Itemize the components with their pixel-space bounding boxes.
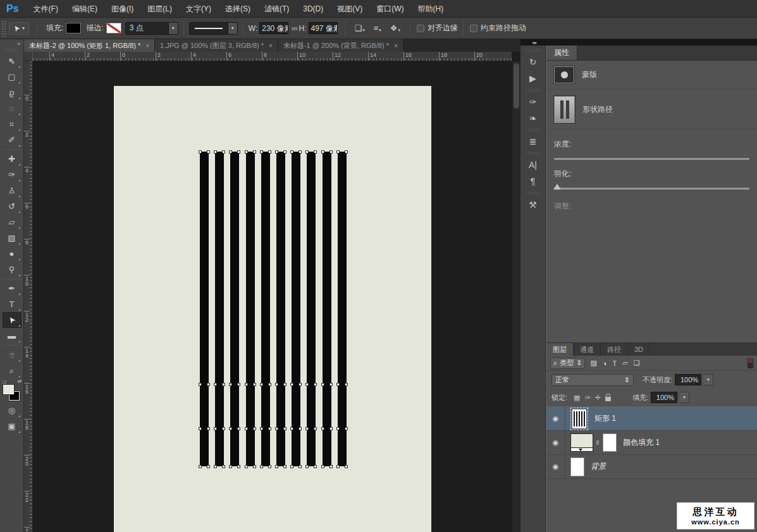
path-anchor[interactable] [260,465,263,468]
lock-transparent-icon[interactable]: ▦ [574,394,580,402]
filter-type-icon[interactable]: T [612,360,617,367]
lock-move-icon[interactable]: ✛ [595,394,601,402]
close-icon[interactable]: × [145,42,149,49]
stroke-style-select[interactable]: ▾ [189,22,238,35]
menubar-item[interactable]: 滤镜(T) [257,0,296,18]
tool-pen-tool[interactable]: ✒ [3,281,22,296]
path-anchor[interactable] [207,150,210,154]
path-anchor[interactable] [214,150,217,154]
path-alignment-button[interactable]: ≡▾ [374,23,381,33]
constrain-path-checkbox[interactable] [470,25,477,32]
layer-thumbnail[interactable] [570,457,584,476]
chevron-down-icon[interactable]: ▾ [228,23,237,34]
path-anchor[interactable] [290,465,293,468]
path-anchor[interactable] [207,383,210,386]
menubar-item[interactable]: 文件(F) [27,0,65,18]
path-arrangement-button[interactable]: ❖▾ [390,23,400,33]
path-anchor[interactable] [290,427,293,430]
path-anchor[interactable] [199,427,202,430]
fill-layer-thumbnail[interactable] [570,433,593,452]
menubar-item[interactable]: 视图(V) [330,0,369,18]
path-anchor[interactable] [222,150,225,154]
align-edges-checkbox[interactable] [417,25,424,32]
actions-panel-icon[interactable]: ▶ [524,70,543,87]
path-anchor[interactable] [290,150,293,154]
swap-colors-icon[interactable]: ⇄ [18,378,22,384]
character-panel-icon[interactable]: A| [524,157,543,173]
toolbar-collapse-icon[interactable]: » [0,39,23,47]
layer-mask-thumbnail[interactable] [603,433,617,452]
path-anchor[interactable] [298,465,302,468]
path-anchor[interactable] [298,150,302,154]
tool-preset-panel-icon[interactable]: ⚒ [524,196,543,213]
fill-opacity-input[interactable]: 100% [651,392,677,403]
path-anchor[interactable] [329,465,333,468]
path-anchor[interactable] [245,150,248,154]
path-anchor[interactable] [268,465,271,468]
path-anchor[interactable] [305,427,309,430]
ruler-corner[interactable] [24,52,33,61]
brush-panel-icon[interactable]: ❧ [524,110,543,126]
path-anchor[interactable] [207,465,210,468]
shape-width-input[interactable]: 230 像素 [259,22,288,34]
path-anchor[interactable] [253,465,256,468]
path-anchor[interactable] [275,427,278,430]
tool-shape-tool[interactable]: ▬ [3,328,22,344]
path-anchor[interactable] [336,427,340,430]
path-anchor[interactable] [314,427,317,430]
default-colors-icon[interactable]: ❏ [3,380,6,385]
path-anchor[interactable] [336,383,340,386]
menubar-item[interactable]: 帮助(H) [411,0,451,18]
path-anchor[interactable] [268,150,271,154]
path-anchor[interactable] [237,383,240,386]
path-anchor[interactable] [298,427,302,430]
tool-dodge-tool[interactable]: ⚲ [3,262,22,277]
link-dimensions-icon[interactable]: ∞ [292,23,297,33]
chevron-down-icon[interactable]: ▾ [680,392,689,403]
paragraph-panel-icon[interactable]: ¶ [524,173,543,190]
path-anchor[interactable] [329,150,333,154]
tool-history-brush-tool[interactable]: ↺ [3,198,22,214]
tab-3D[interactable]: 3D [628,343,650,356]
menubar-item[interactable]: 编辑(E) [65,0,104,18]
close-icon[interactable]: × [269,42,273,49]
path-anchor[interactable] [268,383,271,386]
layer-thumbnail[interactable] [570,408,588,430]
tab-通道[interactable]: 通道 [574,343,601,356]
tab-properties[interactable]: 属性 [546,45,577,60]
path-anchor[interactable] [237,427,240,430]
tool-hand-tool[interactable]: ☝ [3,347,22,363]
layer-row[interactable]: ◉矩形 1 [546,407,757,431]
menubar-item[interactable]: 文字(Y) [179,0,218,18]
path-anchor[interactable] [229,150,232,154]
path-anchor[interactable] [260,383,263,386]
document-tab[interactable]: 未标题-2 @ 100% (矩形 1, RGB/8) *× [24,39,155,52]
current-tool-preset[interactable]: ➤ ▾ [9,22,29,35]
pixel-mask-button[interactable] [554,66,574,83]
path-anchor[interactable] [214,383,217,386]
tool-zoom-tool[interactable]: ⌕ [3,363,22,378]
menubar-item[interactable]: 窗口(W) [369,0,410,18]
document-tab[interactable]: 1.JPG @ 100% (图层 3, RGB/8) *× [155,39,278,52]
stroke-width-select[interactable]: 3 点 ▾ [125,22,178,35]
tool-gradient-tool[interactable]: ▧ [3,230,22,246]
filter-adjustment-icon[interactable]: ◑ [603,360,607,367]
tool-presets-panel-icon[interactable]: ✑ [524,94,543,110]
path-anchor[interactable] [321,150,324,154]
tool-clone-stamp-tool[interactable]: ♙ [3,183,22,198]
path-anchor[interactable] [298,383,302,386]
shape-path-thumbnail[interactable] [554,96,575,123]
filter-shape-icon[interactable]: ▱ [622,359,627,367]
path-anchor[interactable] [260,150,263,154]
path-anchor[interactable] [222,427,225,430]
path-anchor[interactable] [245,465,248,468]
path-anchor[interactable] [305,465,309,468]
filter-toggle-switch[interactable] [748,358,753,368]
path-anchor[interactable] [305,383,309,386]
path-anchor[interactable] [314,465,317,468]
path-anchor[interactable] [283,150,286,154]
chevron-down-icon[interactable]: ▾ [704,374,713,385]
document-canvas[interactable] [114,86,431,532]
tool-quick-selection-tool[interactable]: ◌ [3,100,22,116]
layer-row[interactable]: ◉∞颜色填充 1 [546,431,757,455]
